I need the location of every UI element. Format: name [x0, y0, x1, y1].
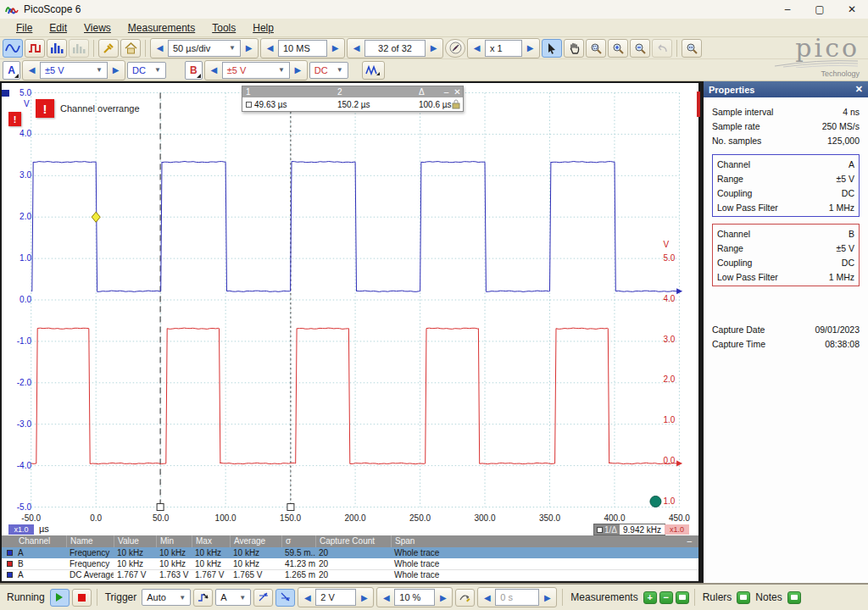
- rulers-button[interactable]: [737, 591, 750, 604]
- buffer-navigator-button[interactable]: [445, 39, 465, 58]
- trigger-delay-up[interactable]: ▶: [539, 589, 555, 606]
- samples-value[interactable]: 10 MS: [278, 40, 327, 57]
- samples-next-button[interactable]: ▶: [327, 40, 343, 57]
- maximize-button[interactable]: ▢: [804, 0, 836, 19]
- zoom-prev-button[interactable]: ◀: [469, 40, 485, 57]
- ruler2-column-label: 2: [334, 87, 415, 97]
- channel-a-range-select[interactable]: ±5 V▼: [40, 62, 108, 79]
- col-channel: Channel: [2, 535, 66, 547]
- trigger-level-value[interactable]: 2 V: [315, 589, 356, 606]
- axis-tick-label: 0.0: [19, 295, 31, 304]
- properties-close-button[interactable]: ✕: [855, 84, 863, 95]
- buffer-prev-button[interactable]: ◀: [348, 40, 364, 57]
- channel-b-range-prev[interactable]: ◀: [206, 62, 222, 79]
- trigger-delay-down[interactable]: ◀: [479, 589, 495, 606]
- measurement-row-a-dcaverage[interactable]: A DC Average 1.767 V 1.763 V 1.767 V 1.7…: [2, 570, 698, 582]
- undo-zoom-button[interactable]: [652, 39, 672, 58]
- prop-label: No. samples: [712, 136, 761, 146]
- minimize-button[interactable]: –: [771, 0, 804, 19]
- axis-tick-label: 1.0: [19, 253, 31, 263]
- zoom-group: ◀ x 1 ▶: [467, 38, 540, 58]
- ruler1-value: 49.63 µs: [254, 100, 287, 109]
- pretrigger-up[interactable]: ▶: [435, 589, 451, 606]
- stop-button[interactable]: [72, 589, 92, 607]
- zoom-in-button[interactable]: [608, 39, 628, 58]
- trigger-time-button[interactable]: [455, 589, 475, 607]
- pretrigger-value[interactable]: 10 %: [394, 589, 435, 606]
- x-axis-zoom-badge[interactable]: x1.0: [8, 524, 34, 535]
- timebase-prev-button[interactable]: ◀: [152, 40, 168, 57]
- trigger-level-down[interactable]: ◀: [299, 589, 315, 606]
- remove-measurement-button[interactable]: −: [659, 591, 673, 604]
- marquee-zoom-button[interactable]: [586, 39, 606, 58]
- measurement-row-a-frequency[interactable]: A Frequency 10 kHz 10 kHz 10 kHz 10 kHz …: [2, 547, 698, 559]
- channel-a-range-next[interactable]: ▶: [108, 62, 124, 79]
- home-button[interactable]: [120, 39, 141, 58]
- axis-tick-label: 4.0: [663, 294, 675, 303]
- col-sigma: σ: [281, 535, 315, 547]
- samples-prev-button[interactable]: ◀: [262, 40, 278, 57]
- digital-view-button[interactable]: [25, 39, 45, 58]
- trigger-level-up[interactable]: ▶: [356, 589, 372, 606]
- notes-button[interactable]: [787, 591, 801, 604]
- menu-measurements[interactable]: Measurements: [120, 20, 203, 36]
- channel-b-range-next[interactable]: ▶: [290, 62, 306, 79]
- hand-tool-button[interactable]: [564, 39, 584, 58]
- scope-plot[interactable]: 5.04.03.02.01.00.0-1.0-2.0-3.0-4.0-5.0V5…: [2, 83, 698, 535]
- trigger-source-select[interactable]: A▼: [215, 589, 251, 606]
- prop-label: Sample rate: [712, 121, 760, 131]
- channel-b-options-button[interactable]: B: [185, 61, 203, 80]
- persistence-view-button[interactable]: [69, 39, 89, 58]
- ruler-legend-close[interactable]: ✕: [452, 87, 463, 97]
- lock-icon[interactable]: [452, 99, 460, 109]
- pointer-tool-button[interactable]: [542, 39, 562, 58]
- add-measurement-button[interactable]: +: [643, 591, 657, 604]
- ruler-legend[interactable]: 1 2 Δ – ✕ 49.63 µs 150.2 µs 100.6 µs: [242, 86, 464, 112]
- axis-tick-label: V: [24, 99, 30, 108]
- ruler-legend-minimize[interactable]: –: [441, 87, 452, 97]
- rising-edge-button[interactable]: [253, 589, 273, 607]
- timebase-select[interactable]: 50 µs/div▼: [168, 40, 241, 57]
- spectrum-view-button[interactable]: [47, 39, 67, 58]
- channel-a-axis-marker[interactable]: [2, 90, 9, 97]
- channel-b-coupling-select[interactable]: DC▼: [309, 62, 348, 79]
- signal-generator-button[interactable]: [362, 61, 385, 80]
- y-axis-zoom-badge[interactable]: x1.0: [665, 524, 689, 535]
- buffer-next-button[interactable]: ▶: [426, 40, 442, 57]
- prop-value: 250 MS/s: [822, 121, 860, 131]
- trigger-delay-value[interactable]: 0 s: [495, 589, 539, 606]
- inv-delta-value: 9.942 kHz: [620, 524, 665, 535]
- probe-setup-button[interactable]: [98, 39, 119, 58]
- scope-view-button[interactable]: [3, 39, 23, 58]
- buffer-value[interactable]: 32 of 32: [364, 40, 426, 57]
- table-minimize-button[interactable]: –: [687, 535, 692, 547]
- channel-a-range-prev[interactable]: ◀: [24, 62, 40, 79]
- falling-edge-button[interactable]: [275, 589, 295, 607]
- zoom-out-button[interactable]: [630, 39, 650, 58]
- axis-tick-label: 100.0: [210, 513, 241, 523]
- edit-measurement-button[interactable]: [676, 591, 689, 604]
- measurement-row-b-frequency[interactable]: B Frequency 10 kHz 10 kHz 10 kHz 10 kHz …: [2, 558, 698, 570]
- channel-a-coupling-select[interactable]: DC▼: [127, 62, 166, 79]
- trigger-mode-select[interactable]: Auto▼: [142, 589, 191, 606]
- axis-tick-label: 3.0: [19, 170, 31, 180]
- pretrigger-down[interactable]: ◀: [378, 589, 394, 606]
- axis-tick-label: -4.0: [17, 461, 31, 470]
- close-button[interactable]: ✕: [836, 0, 868, 19]
- zoom-value[interactable]: x 1: [485, 40, 522, 57]
- channel-a-options-button[interactable]: A: [3, 61, 20, 80]
- menu-edit[interactable]: Edit: [42, 20, 75, 36]
- zoom-next-button[interactable]: ▶: [522, 40, 538, 57]
- ruler-square-icon: [597, 527, 603, 533]
- zoom-overview-button[interactable]: [682, 39, 702, 58]
- menu-views[interactable]: Views: [76, 20, 119, 36]
- start-button[interactable]: [50, 589, 70, 607]
- channel-b-range-select[interactable]: ±5 V▼: [222, 62, 290, 79]
- menu-help[interactable]: Help: [245, 20, 281, 36]
- menu-file[interactable]: File: [8, 20, 40, 36]
- axis-tick-label: 50.0: [146, 513, 176, 523]
- menu-tools[interactable]: Tools: [204, 20, 243, 36]
- advanced-trigger-button[interactable]: [193, 589, 213, 607]
- timebase-next-button[interactable]: ▶: [241, 40, 257, 57]
- channel-a-properties: ChannelA Range±5 V CouplingDC Low Pass F…: [712, 154, 860, 217]
